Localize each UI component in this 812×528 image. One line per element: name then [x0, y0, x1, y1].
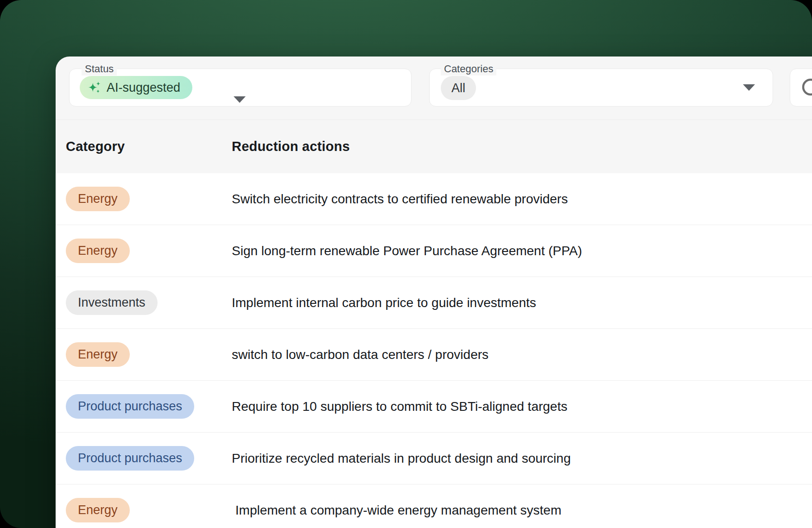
search-box[interactable] [790, 69, 812, 107]
table-row[interactable]: Investments Implement internal carbon pr… [56, 277, 812, 329]
table-body: Energy Switch electricity contracts to c… [56, 173, 812, 528]
category-badge: Investments [66, 290, 158, 315]
category-cell: Energy [66, 342, 232, 367]
reduction-actions-table: Category Reduction actions Energy Switch… [56, 119, 812, 528]
table-row[interactable]: Energy switch to low-carbon data centers… [56, 329, 812, 381]
chevron-down-icon[interactable] [743, 84, 755, 91]
search-input[interactable] [790, 69, 812, 106]
reduction-action-text: Sign long-term renewable Power Purchase … [232, 244, 582, 258]
category-column-header: Category [66, 139, 232, 154]
category-badge: Energy [66, 187, 130, 211]
reduction-action-text: Prioritize recycled materials in product… [232, 451, 571, 466]
status-value-chip[interactable]: AI-suggested [80, 76, 192, 99]
category-badge: Energy [66, 239, 130, 263]
reduction-action-text: Switch electricity contracts to certifie… [232, 192, 568, 207]
content-card: Status AI-suggested Categories All Categ… [56, 57, 812, 528]
category-badge: Energy [66, 498, 130, 522]
status-filter-label: Status [82, 63, 117, 75]
sparkles-icon [88, 81, 102, 94]
category-badge: Product purchases [66, 394, 194, 419]
categories-value-chip[interactable]: All [441, 76, 476, 100]
category-cell: Investments [66, 290, 232, 315]
status-filter-dropdown[interactable]: Status AI-suggested [69, 69, 412, 107]
category-cell: Product purchases [66, 446, 232, 471]
category-badge: Product purchases [66, 446, 194, 471]
status-value-text: AI-suggested [107, 81, 180, 95]
category-cell: Product purchases [66, 394, 232, 419]
category-badge: Energy [66, 342, 130, 367]
category-cell: Energy [66, 498, 232, 522]
category-cell: Energy [66, 187, 232, 211]
category-cell: Energy [66, 239, 232, 263]
table-row[interactable]: Product purchases Require top 10 supplie… [56, 381, 812, 433]
table-header-row: Category Reduction actions [56, 120, 812, 173]
chevron-down-icon[interactable] [234, 96, 246, 103]
categories-filter-label: Categories [441, 63, 496, 75]
reduction-action-text: Implement a company-wide energy manageme… [232, 503, 561, 518]
categories-filter-dropdown[interactable]: Categories All [429, 69, 773, 107]
reduction-actions-column-header: Reduction actions [232, 139, 350, 154]
reduction-action-text: Implement internal carbon price to guide… [232, 295, 536, 310]
table-row[interactable]: Product purchases Prioritize recycled ma… [56, 433, 812, 484]
table-row[interactable]: Energy Implement a company-wide energy m… [56, 484, 812, 528]
table-row[interactable]: Energy Switch electricity contracts to c… [56, 173, 812, 225]
table-row[interactable]: Energy Sign long-term renewable Power Pu… [56, 225, 812, 277]
reduction-action-text: switch to low-carbon data centers / prov… [232, 347, 488, 362]
reduction-action-text: Require top 10 suppliers to commit to SB… [232, 399, 567, 414]
